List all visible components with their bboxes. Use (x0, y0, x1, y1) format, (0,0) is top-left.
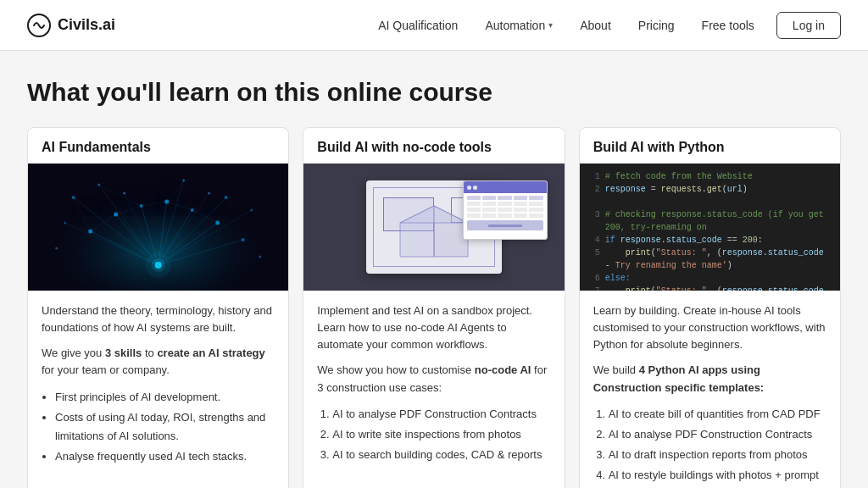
nav-about[interactable]: About (568, 14, 623, 37)
nav-pricing[interactable]: Pricing (626, 14, 687, 37)
ui-table-row (467, 214, 543, 218)
ui-mockup-header (464, 181, 547, 193)
ui-cell (482, 202, 496, 206)
list-item: Costs of using AI today, ROI, strengths … (55, 408, 275, 446)
svg-point-25 (114, 213, 118, 217)
code-text: print("Status: ", (response.status_code … (605, 285, 832, 291)
card-ai-fundamentals-image (28, 164, 288, 291)
ui-cell (482, 214, 496, 218)
line-num: 5 (588, 247, 600, 272)
nav-free-tools[interactable]: Free tools (690, 14, 766, 37)
svg-point-28 (191, 208, 194, 212)
ui-mockup (463, 180, 548, 240)
line-num: 3 (588, 208, 600, 234)
svg-marker-47 (400, 206, 468, 223)
ui-table-row (467, 202, 543, 206)
line-num: 2 (588, 183, 600, 196)
svg-point-32 (97, 184, 100, 186)
card-ai-fundamentals-body: Understand the theory, terminology, hist… (28, 291, 288, 488)
svg-point-41 (259, 256, 261, 258)
code-text: response = requests.get(url) (605, 183, 748, 196)
python-bold: 4 Python AI apps using Construction spec… (593, 363, 765, 393)
ui-cell (514, 214, 527, 218)
code-line (588, 196, 832, 208)
automation-dropdown-arrow: ▾ (548, 20, 553, 30)
card-build-python-body: Learn by building. Create in-house AI to… (580, 291, 840, 488)
card-build-python-desc2: We build 4 Python AI apps using Construc… (593, 362, 826, 396)
svg-point-42 (55, 247, 58, 250)
svg-point-27 (164, 200, 169, 204)
ui-cell (467, 208, 481, 212)
code-line: 3 # checking response.status_code (if yo… (588, 208, 832, 234)
svg-point-34 (242, 238, 245, 241)
card-build-nocode-desc2: We show you how to customise no-code AI … (317, 362, 550, 396)
site-logo[interactable]: Civils.ai (27, 14, 115, 37)
line-num: 4 (588, 234, 600, 247)
ui-table-row (467, 208, 543, 212)
nav-automation[interactable]: Automation ▾ (473, 14, 565, 37)
card-build-nocode: Build AI with no-code tools (303, 127, 565, 488)
code-line: 7 print("Status: ", (response.status_cod… (588, 285, 832, 291)
ui-mockup-body (464, 193, 547, 233)
card-build-python-desc1: Learn by building. Create in-house AI to… (593, 302, 826, 353)
line-num (588, 196, 600, 208)
list-item: AI to analyse PDF Construction Contracts (332, 405, 550, 424)
code-comment: # fetch code from the Website (605, 170, 753, 183)
card-ai-fundamentals: AI Fundamentals (27, 127, 289, 488)
svg-point-26 (140, 204, 143, 208)
svg-point-33 (182, 180, 185, 182)
ui-cell (514, 202, 527, 206)
nocode-bold: no-code AI (475, 363, 531, 376)
skills-bold: 3 skills (105, 347, 142, 359)
ui-cell (467, 196, 481, 200)
list-item: AI to search building codes, CAD & repor… (332, 446, 550, 464)
ui-table-header-row (467, 196, 543, 200)
ui-cell (467, 202, 481, 206)
list-item: AI to restyle buildings with photos + pr… (609, 466, 826, 485)
ui-cell (529, 214, 542, 218)
list-item: AI to analyse PDF Construction Contracts (609, 425, 826, 444)
code-line: 6 else: (588, 272, 832, 285)
ui-cell (529, 202, 542, 206)
card-build-nocode-list: AI to analyse PDF Construction Contracts… (317, 405, 550, 464)
line-num: 6 (588, 272, 600, 285)
strategy-bold: create an AI strategy (157, 347, 264, 359)
svg-point-31 (72, 196, 75, 199)
card-build-python-image: 1 # fetch code from the Website 2 respon… (580, 164, 840, 291)
ui-cell (482, 196, 496, 200)
code-line: 2 response = requests.get(url) (588, 183, 832, 196)
logo-icon (27, 14, 51, 37)
svg-point-36 (64, 222, 66, 225)
page-title: What you'll learn on this online course (27, 78, 841, 107)
svg-point-30 (225, 196, 228, 199)
ui-cell (498, 208, 511, 212)
ui-button-line (488, 225, 522, 227)
nav-ai-qualification[interactable]: AI Qualification (366, 14, 470, 37)
list-item: AI to write site inspections from photos (332, 425, 550, 444)
ui-cell (498, 214, 511, 218)
card-ai-fundamentals-list: First principles of AI development. Cost… (42, 388, 275, 466)
main-content: What you'll learn on this online course … (0, 51, 868, 488)
ui-cell (529, 196, 542, 200)
ui-dot (473, 186, 477, 190)
ui-cell (467, 214, 481, 218)
code-line: 4 if response.status_code == 200: (588, 234, 832, 247)
ui-dot (467, 186, 471, 190)
svg-point-29 (215, 221, 220, 225)
card-ai-fundamentals-desc1: Understand the theory, terminology, hist… (42, 302, 275, 336)
list-item: AI to create bill of quantities from CAD… (609, 405, 826, 424)
ui-cell (514, 208, 527, 212)
card-build-nocode-desc1: Implement and test AI on a sandbox proje… (317, 302, 550, 353)
list-item: AI to draft inspection reports from phot… (609, 446, 826, 464)
logo-text: Civils.ai (58, 16, 115, 34)
code-comment: # checking response.status_code (if you … (605, 208, 832, 234)
ui-cell (498, 202, 511, 206)
line-num: 1 (588, 170, 600, 183)
card-build-python-list: AI to create bill of quantities from CAD… (593, 405, 826, 485)
code-line: 1 # fetch code from the Website (588, 170, 832, 183)
ui-cell (482, 208, 496, 212)
code-keyword: else: (605, 272, 631, 285)
login-button[interactable]: Log in (776, 12, 841, 39)
card-build-python: Build AI with Python 1 # fetch code from… (579, 127, 841, 488)
list-item: Analyse frequently used AI tech stacks. (55, 447, 275, 466)
